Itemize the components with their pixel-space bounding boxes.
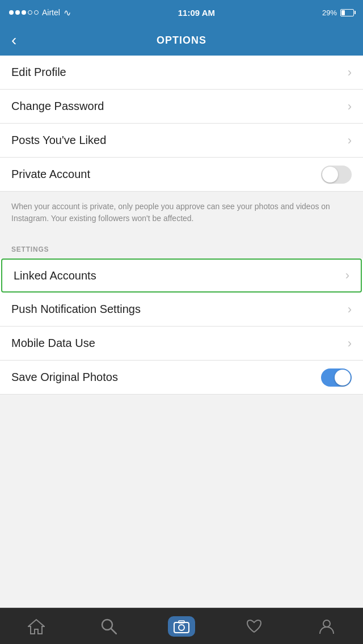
- change-password-chevron: ›: [348, 99, 352, 114]
- status-right: 29%: [322, 9, 354, 17]
- push-notifications-label: Push Notification Settings: [11, 303, 141, 316]
- back-button[interactable]: ‹: [11, 32, 16, 48]
- signal-dot-3: [22, 10, 26, 15]
- save-photos-toggle-container: [321, 368, 352, 387]
- posts-liked-label: Posts You've Liked: [11, 134, 106, 147]
- tab-profile[interactable]: [309, 614, 345, 639]
- save-photos-label: Save Original Photos: [11, 371, 118, 384]
- nav-bar: ‹ OPTIONS: [0, 25, 363, 56]
- mobile-data-chevron: ›: [348, 336, 352, 351]
- push-notifications-chevron: ›: [348, 302, 352, 317]
- private-account-toggle[interactable]: [321, 166, 352, 184]
- private-account-description-area: When your account is private, only peopl…: [0, 192, 363, 236]
- save-photos-toggle[interactable]: [321, 368, 352, 387]
- mobile-data-item[interactable]: Mobile Data Use ›: [0, 327, 363, 361]
- signal-dot-2: [15, 10, 20, 15]
- push-notifications-item[interactable]: Push Notification Settings ›: [0, 293, 363, 327]
- linked-accounts-chevron: ›: [345, 268, 349, 283]
- save-photos-item: Save Original Photos: [0, 361, 363, 395]
- signal-dot-5: [34, 10, 39, 15]
- page-title: OPTIONS: [157, 35, 206, 46]
- svg-line-2: [111, 629, 116, 634]
- settings-section-label: SETTINGS: [11, 245, 49, 253]
- camera-icon: [174, 620, 189, 633]
- signal-dot-4: [28, 10, 32, 15]
- status-bar: Airtel ∿ 11:09 AM 29%: [0, 0, 363, 25]
- change-password-item[interactable]: Change Password ›: [0, 90, 363, 124]
- svg-point-4: [179, 625, 184, 630]
- heart-icon: [246, 619, 262, 634]
- settings-section-header: SETTINGS: [0, 236, 363, 259]
- private-account-description: When your account is private, only peopl…: [11, 202, 330, 223]
- save-photos-toggle-knob: [335, 370, 351, 385]
- signal-dot-1: [9, 10, 14, 15]
- home-icon: [28, 618, 45, 634]
- content-area: Edit Profile › Change Password › Posts Y…: [0, 56, 363, 192]
- edit-profile-label: Edit Profile: [11, 66, 66, 79]
- signal-dots: [9, 10, 39, 15]
- battery-percent: 29%: [322, 9, 337, 17]
- tab-search[interactable]: [91, 614, 127, 639]
- svg-marker-0: [28, 620, 44, 634]
- edit-profile-chevron: ›: [348, 65, 352, 80]
- mobile-data-label: Mobile Data Use: [11, 337, 95, 350]
- tab-likes[interactable]: [236, 614, 272, 639]
- private-account-label: Private Account: [11, 168, 90, 181]
- status-time: 11:09 AM: [178, 8, 215, 18]
- tab-bar: [0, 608, 363, 644]
- private-account-toggle-knob: [322, 167, 338, 183]
- private-account-item: Private Account: [0, 158, 363, 192]
- status-left: Airtel ∿: [9, 7, 71, 18]
- edit-profile-item[interactable]: Edit Profile ›: [0, 56, 363, 90]
- change-password-label: Change Password: [11, 100, 104, 113]
- profile-icon: [319, 618, 334, 634]
- private-account-toggle-container: [321, 166, 352, 184]
- wifi-icon: ∿: [64, 7, 71, 18]
- settings-content: Linked Accounts › Push Notification Sett…: [0, 259, 363, 395]
- svg-point-6: [323, 620, 330, 627]
- tab-camera[interactable]: [163, 614, 200, 639]
- linked-accounts-label: Linked Accounts: [14, 269, 96, 282]
- svg-rect-3: [174, 622, 189, 633]
- linked-accounts-item[interactable]: Linked Accounts ›: [1, 259, 362, 293]
- tab-home[interactable]: [18, 614, 54, 639]
- posts-liked-chevron: ›: [348, 133, 352, 148]
- search-icon: [101, 618, 117, 634]
- carrier-name: Airtel: [42, 8, 60, 17]
- posts-liked-item[interactable]: Posts You've Liked ›: [0, 124, 363, 158]
- battery-icon: [340, 9, 354, 16]
